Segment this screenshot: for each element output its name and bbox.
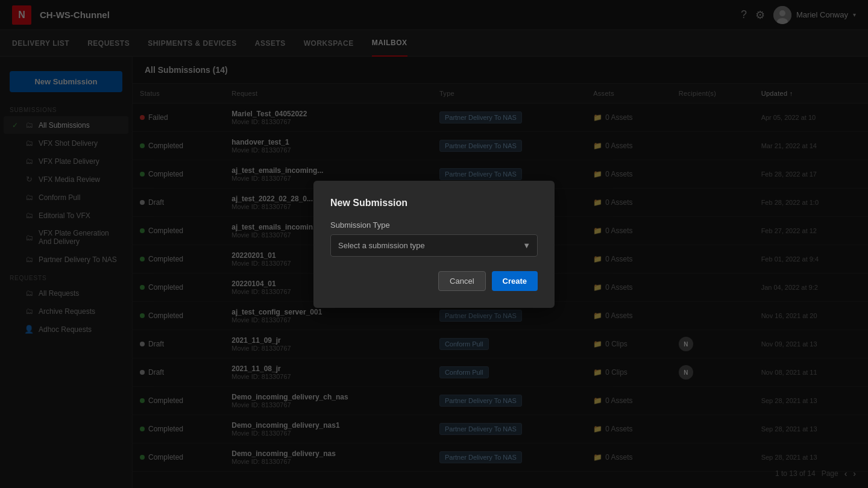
submission-type-label: Submission Type — [330, 221, 538, 230]
modal-buttons: Cancel Create — [330, 271, 538, 291]
modal-overlay[interactable]: New Submission Submission Type Select a … — [0, 0, 868, 488]
submission-type-select-wrapper: Select a submission type VFX Shot Delive… — [330, 234, 538, 257]
cancel-button[interactable]: Cancel — [438, 271, 485, 291]
submission-type-select[interactable]: Select a submission type VFX Shot Delive… — [330, 234, 538, 257]
new-submission-modal: New Submission Submission Type Select a … — [313, 181, 555, 308]
create-button[interactable]: Create — [492, 271, 538, 291]
modal-title: New Submission — [330, 198, 538, 208]
